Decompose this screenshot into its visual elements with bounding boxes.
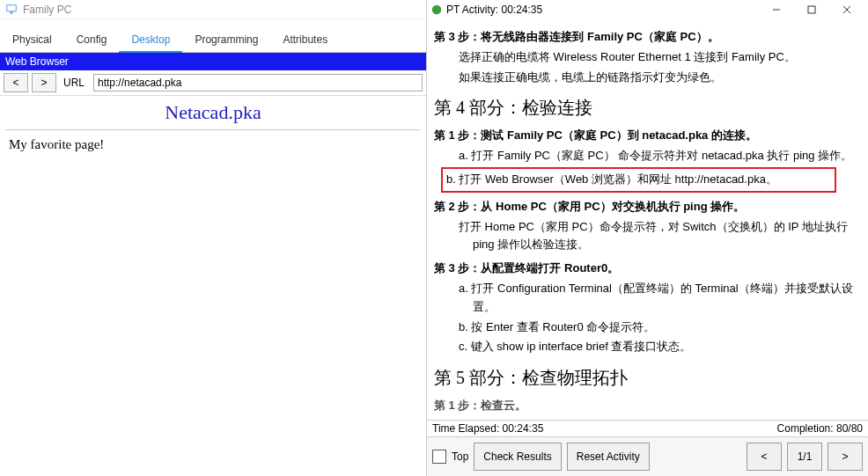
- next-page-button[interactable]: >: [828, 443, 863, 471]
- svg-rect-0: [7, 4, 17, 11]
- step3-title: 第 3 步：将无线路由器连接到 Family PC（家庭 PC）。: [434, 28, 857, 47]
- footer-bar: Top Check Results Reset Activity < 1/1 >: [427, 436, 868, 476]
- tab-desktop[interactable]: Desktop: [119, 30, 182, 53]
- p4-step1-b: b. 打开 Web Browser（Web 浏览器）和网址 http://net…: [446, 172, 777, 186]
- right-titlebar: PT Activity: 00:24:35: [427, 0, 868, 19]
- instructions-scroll[interactable]: 第 3 步：将无线路由器连接到 Family PC（家庭 PC）。 选择正确的电…: [427, 19, 868, 420]
- page-divider: [5, 129, 421, 130]
- p5-step1-title: 第 1 步：检查云。: [434, 397, 857, 415]
- reset-activity-button[interactable]: Reset Activity: [567, 443, 650, 471]
- svg-rect-1: [10, 11, 13, 13]
- tab-bar: Physical Config Desktop Programming Attr…: [0, 19, 426, 53]
- p4-step3-a: a. 打开 Configuration Terminal（配置终端）的 Term…: [459, 280, 857, 317]
- p4-step1-a: a. 打开 Family PC（家庭 PC） 命令提示符并对 netacad.p…: [459, 147, 857, 165]
- left-window-title: Family PC: [23, 4, 71, 16]
- tab-programming[interactable]: Programming: [182, 30, 270, 52]
- url-input[interactable]: [93, 74, 423, 92]
- step3-sub-b: 如果连接正确电缆，电缆上的链路指示灯变为绿色。: [459, 69, 857, 87]
- close-button[interactable]: [829, 0, 864, 19]
- p4-step3-c: c. 键入 show ip interface brief 查看接口状态。: [459, 338, 857, 356]
- tab-config[interactable]: Config: [64, 30, 120, 52]
- minimize-button[interactable]: [759, 0, 794, 19]
- part5-title: 第 5 部分：检查物理拓扑: [434, 363, 857, 392]
- page-heading: Netacad.pka: [0, 96, 426, 128]
- back-button[interactable]: <: [4, 73, 28, 92]
- browser-toolbar: < > URL: [0, 70, 426, 96]
- time-elapsed: Time Elapsed: 00:24:35: [432, 422, 543, 435]
- top-label: Top: [452, 450, 468, 463]
- window-buttons: [759, 0, 864, 19]
- p4-step2-text: 打开 Home PC（家用 PC）命令提示符，对 Switch（交换机）的 IP…: [459, 218, 857, 255]
- p4-step1-title: 第 1 步：测试 Family PC（家庭 PC）到 netacad.pka 的…: [434, 127, 857, 145]
- p4-step3-title: 第 3 步：从配置终端打开 Router0。: [434, 260, 857, 278]
- check-results-button[interactable]: Check Results: [474, 443, 561, 471]
- browser-page: Netacad.pka My favorite page!: [0, 96, 426, 476]
- highlighted-instruction: b. 打开 Web Browser（Web 浏览器）和网址 http://net…: [441, 167, 836, 193]
- url-label: URL: [60, 77, 90, 89]
- svg-rect-4: [808, 6, 815, 13]
- completion-status: Completion: 80/80: [777, 422, 863, 435]
- family-pc-window: Family PC Physical Config Desktop Progra…: [0, 0, 427, 476]
- left-titlebar: Family PC: [0, 0, 426, 19]
- page-nav: < 1/1 >: [747, 443, 863, 471]
- tab-attributes[interactable]: Attributes: [270, 30, 340, 52]
- top-checkbox[interactable]: [432, 450, 446, 464]
- forward-button[interactable]: >: [32, 73, 56, 92]
- p4-step3-b: b. 按 Enter 查看 Router0 命令提示符。: [459, 319, 857, 337]
- page-text: My favorite page!: [0, 135, 426, 154]
- step3-sub-a: 选择正确的电缆将 Wireless Router Ethernet 1 连接到 …: [459, 48, 857, 67]
- page-indicator: 1/1: [787, 443, 822, 471]
- web-browser-panel-label: Web Browser: [0, 53, 426, 70]
- prev-page-button[interactable]: <: [747, 443, 782, 471]
- maximize-button[interactable]: [794, 0, 829, 19]
- svg-point-2: [432, 5, 442, 15]
- pt-icon: [430, 4, 443, 16]
- pc-icon: [5, 4, 18, 16]
- pt-activity-window: PT Activity: 00:24:35 第 3 步：将无线路由器连接到 Fa…: [427, 0, 868, 476]
- status-row: Time Elapsed: 00:24:35 Completion: 80/80: [427, 420, 868, 436]
- part4-title: 第 4 部分：检验连接: [434, 93, 857, 121]
- p4-step2-title: 第 2 步：从 Home PC（家用 PC）对交换机执行 ping 操作。: [434, 198, 857, 216]
- right-window-title: PT Activity: 00:24:35: [446, 4, 542, 16]
- tab-physical[interactable]: Physical: [0, 30, 64, 52]
